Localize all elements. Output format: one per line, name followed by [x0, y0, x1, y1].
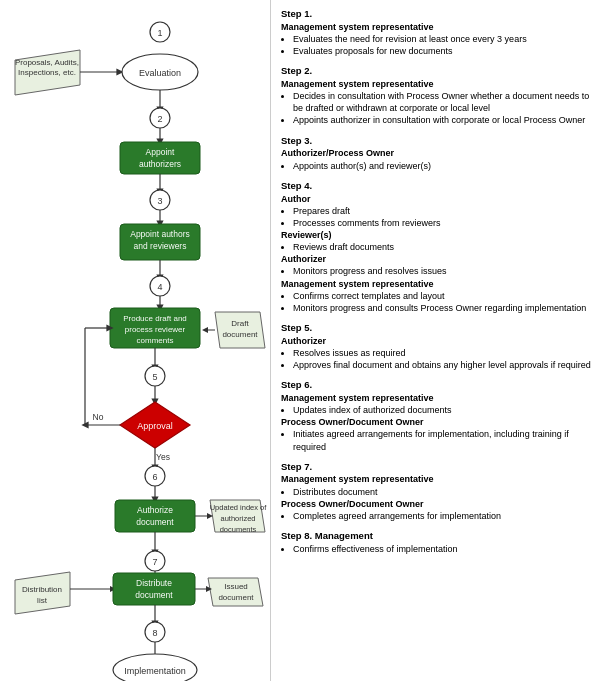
- step-bullet-item: Processes comments from reviewers: [293, 217, 598, 229]
- svg-text:Implementation: Implementation: [124, 666, 186, 676]
- step-bullets-8-0: Confirms effectiveness of implementation: [293, 543, 598, 555]
- step-bullet-item: Initiates agreed arrangements for implem…: [293, 428, 598, 452]
- svg-text:document: document: [222, 330, 258, 339]
- step-role-6-0: Management system representative: [281, 392, 598, 404]
- step-bullets-6-1: Initiates agreed arrangements for implem…: [293, 428, 598, 452]
- step-title-1: Step 1.: [281, 8, 598, 21]
- step-role-6-1: Process Owner/Document Owner: [281, 416, 598, 428]
- svg-text:document: document: [136, 517, 174, 527]
- step-bullet-item: Decides in consultation with Process Own…: [293, 90, 598, 114]
- step-role-7-0: Management system representative: [281, 473, 598, 485]
- svg-text:4: 4: [157, 282, 162, 292]
- step-role-5-0: Authorizer: [281, 335, 598, 347]
- svg-text:documents: documents: [220, 525, 257, 534]
- svg-text:6: 6: [152, 472, 157, 482]
- svg-text:Approval: Approval: [137, 421, 173, 431]
- svg-text:Updated index of: Updated index of: [210, 503, 268, 512]
- svg-text:Issued: Issued: [224, 582, 248, 591]
- step-bullet-item: Confirms effectiveness of implementation: [293, 543, 598, 555]
- step-bullets-4-1: Reviews draft documents: [293, 241, 598, 253]
- step-title-6: Step 6.: [281, 379, 598, 392]
- step-block-5: Step 5.AuthorizerResolves issues as requ…: [281, 322, 598, 371]
- svg-text:process reviewer: process reviewer: [125, 325, 186, 334]
- step-bullets-4-0: Prepares draftProcesses comments from re…: [293, 205, 598, 229]
- step-bullets-5-0: Resolves issues as requiredApproves fina…: [293, 347, 598, 371]
- svg-text:Produce draft and: Produce draft and: [123, 314, 187, 323]
- svg-text:Distribution: Distribution: [22, 585, 62, 594]
- svg-text:2: 2: [157, 114, 162, 124]
- svg-text:3: 3: [157, 196, 162, 206]
- step-bullet-item: Monitors progress and resolves issues: [293, 265, 598, 277]
- step-role-4-1: Reviewer(s): [281, 229, 598, 241]
- step-bullet-item: Appoints author(s) and reviewer(s): [293, 160, 598, 172]
- step-title-5: Step 5.: [281, 322, 598, 335]
- step-block-6: Step 6.Management system representativeU…: [281, 379, 598, 453]
- step-bullet-item: Confirms correct templates and layout: [293, 290, 598, 302]
- step-bullet-item: Evaluates the need for revision at least…: [293, 33, 598, 45]
- step-title-3: Step 3.: [281, 135, 598, 148]
- step-bullets-4-2: Monitors progress and resolves issues: [293, 265, 598, 277]
- step-bullets-2-0: Decides in consultation with Process Own…: [293, 90, 598, 126]
- steps-panel: Step 1.Management system representativeE…: [270, 0, 608, 681]
- step-title-8: Step 8. Management: [281, 530, 598, 543]
- step-bullets-6-0: Updates index of authorized documents: [293, 404, 598, 416]
- step-role-4-3: Management system representative: [281, 278, 598, 290]
- step-role-1-0: Management system representative: [281, 21, 598, 33]
- svg-text:Draft: Draft: [231, 319, 249, 328]
- step-block-2: Step 2.Management system representativeD…: [281, 65, 598, 126]
- step-bullet-item: Approves final document and obtains any …: [293, 359, 598, 371]
- svg-text:Proposals, Audits,: Proposals, Audits,: [15, 58, 79, 67]
- svg-text:Distribute: Distribute: [136, 578, 172, 588]
- step-bullet-item: Distributes document: [293, 486, 598, 498]
- step-bullet-item: Prepares draft: [293, 205, 598, 217]
- step-bullet-item: Updates index of authorized documents: [293, 404, 598, 416]
- svg-text:comments: comments: [137, 336, 174, 345]
- svg-text:Appoint: Appoint: [146, 147, 175, 157]
- svg-text:No: No: [93, 412, 104, 422]
- svg-text:5: 5: [152, 372, 157, 382]
- step-title-4: Step 4.: [281, 180, 598, 193]
- step-role-7-1: Process Owner/Document Owner: [281, 498, 598, 510]
- svg-text:document: document: [135, 590, 173, 600]
- step-bullet-item: Appoints authorizer in consultation with…: [293, 114, 598, 126]
- step-bullets-1-0: Evaluates the need for revision at least…: [293, 33, 598, 57]
- step-bullets-7-0: Distributes document: [293, 486, 598, 498]
- step-bullets-3-0: Appoints author(s) and reviewer(s): [293, 160, 598, 172]
- svg-text:1: 1: [157, 28, 162, 38]
- svg-text:Evaluation: Evaluation: [139, 68, 181, 78]
- svg-text:Inspections, etc.: Inspections, etc.: [18, 68, 76, 77]
- svg-text:8: 8: [152, 628, 157, 638]
- step-role-4-0: Author: [281, 193, 598, 205]
- step-bullet-item: Evaluates proposals for new documents: [293, 45, 598, 57]
- flowchart-area: 1 Proposals, Audits, Inspections, etc. E…: [0, 0, 270, 681]
- step-role-2-0: Management system representative: [281, 78, 598, 90]
- svg-text:list: list: [37, 596, 48, 605]
- step-bullet-item: Reviews draft documents: [293, 241, 598, 253]
- svg-text:Appoint authors: Appoint authors: [130, 229, 190, 239]
- step-title-2: Step 2.: [281, 65, 598, 78]
- step-block-7: Step 7.Management system representativeD…: [281, 461, 598, 522]
- step-title-7: Step 7.: [281, 461, 598, 474]
- step-block-4: Step 4.AuthorPrepares draftProcesses com…: [281, 180, 598, 314]
- svg-text:and reviewers: and reviewers: [134, 241, 187, 251]
- step-role-3-0: Authorizer/Process Owner: [281, 147, 598, 159]
- svg-text:7: 7: [152, 557, 157, 567]
- svg-text:authorizers: authorizers: [139, 159, 181, 169]
- step-bullets-7-1: Completes agreed arrangements for implem…: [293, 510, 598, 522]
- step-bullet-item: Resolves issues as required: [293, 347, 598, 359]
- step-block-3: Step 3.Authorizer/Process OwnerAppoints …: [281, 135, 598, 172]
- step-bullets-4-3: Confirms correct templates and layoutMon…: [293, 290, 598, 314]
- step-block-1: Step 1.Management system representativeE…: [281, 8, 598, 57]
- svg-text:Yes: Yes: [156, 452, 170, 462]
- step-bullet-item: Monitors progress and consults Process O…: [293, 302, 598, 314]
- step-bullet-item: Completes agreed arrangements for implem…: [293, 510, 598, 522]
- svg-text:authorized: authorized: [220, 514, 255, 523]
- step-block-8: Step 8. ManagementConfirms effectiveness…: [281, 530, 598, 555]
- step-role-4-2: Authorizer: [281, 253, 598, 265]
- svg-text:document: document: [218, 593, 254, 602]
- svg-text:Authorize: Authorize: [137, 505, 173, 515]
